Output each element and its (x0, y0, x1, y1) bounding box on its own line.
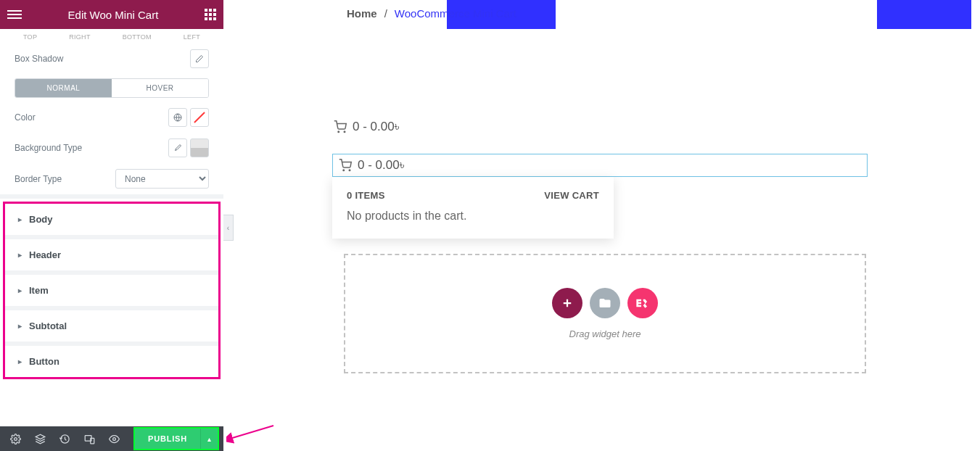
border-type-label: Border Type (15, 174, 108, 184)
gradient-icon[interactable] (190, 138, 209, 157)
svg-point-1 (14, 437, 17, 440)
cart-items-count: 0 ITEMS (347, 190, 385, 201)
add-section-button[interactable] (552, 288, 582, 318)
color-label: Color (15, 112, 161, 123)
top-blue-bar-right (877, 0, 971, 29)
hamburger-icon[interactable] (7, 10, 22, 19)
panel-title: Edit Woo Mini Cart (22, 9, 205, 21)
tab-hover[interactable]: HOVER (112, 79, 208, 97)
mini-cart-dropdown: 0 ITEMS VIEW CART No products in the car… (332, 177, 614, 239)
mini-cart-widget-selected[interactable]: 0 - 0.00৳ (332, 154, 868, 177)
publish-options-caret[interactable]: ▴ (200, 429, 218, 449)
section-header-item[interactable]: ▸Header (5, 239, 218, 270)
apps-grid-icon[interactable] (205, 9, 216, 20)
cart-count-price: 0 - 0.00৳ (358, 158, 405, 173)
edit-pencil-icon[interactable] (190, 49, 209, 68)
widget-dropzone[interactable]: Drag widget here (344, 254, 866, 373)
no-color-icon[interactable] (190, 108, 209, 127)
settings-gear-icon[interactable] (4, 428, 26, 450)
spacing-label-left: LEFT (184, 33, 200, 41)
section-button[interactable]: ▸Button (5, 346, 218, 377)
breadcrumb-current[interactable]: WooCommerce Mini Cart (395, 7, 516, 20)
mini-cart-display[interactable]: 0 - 0.00৳ (334, 120, 400, 134)
svg-point-8 (349, 170, 350, 171)
breadcrumb-home[interactable]: Home (347, 7, 377, 20)
color-control: Color (0, 102, 223, 133)
view-cart-link[interactable]: VIEW CART (544, 190, 599, 201)
cart-icon (339, 159, 352, 172)
preview-eye-icon[interactable] (103, 428, 125, 450)
spacing-label-top: TOP (23, 33, 37, 41)
border-type-control: Border Type None (0, 163, 223, 194)
elementskit-button[interactable] (627, 288, 658, 318)
svg-point-6 (344, 131, 345, 133)
box-shadow-control: Box Shadow (0, 44, 223, 74)
border-type-select[interactable]: None (115, 169, 209, 189)
state-toggle: NORMAL HOVER (15, 78, 209, 98)
panel-header: Edit Woo Mini Cart (0, 0, 223, 29)
box-shadow-label: Box Shadow (15, 54, 183, 64)
section-header-label: Header (29, 249, 61, 260)
template-folder-button[interactable] (590, 288, 620, 318)
caret-right-icon: ▸ (18, 322, 22, 330)
publish-button[interactable]: PUBLISH (135, 429, 200, 449)
svg-point-5 (338, 131, 339, 133)
section-item[interactable]: ▸Item (5, 275, 218, 306)
publish-annotated-wrap: PUBLISH ▴ (133, 427, 219, 450)
section-subtotal-label: Subtotal (29, 320, 67, 331)
spacing-label-right: RIGHT (69, 33, 91, 41)
section-body-label: Body (29, 214, 53, 225)
arrow-annotation (226, 422, 277, 444)
caret-right-icon: ▸ (18, 286, 22, 294)
cart-icon (334, 120, 347, 133)
tab-normal[interactable]: NORMAL (15, 79, 112, 97)
panel-collapse-handle[interactable]: ‹ (223, 215, 234, 241)
annotated-sections-box: ▸Body ▸Header ▸Item ▸Subtotal ▸Button (3, 202, 221, 379)
history-icon[interactable] (54, 428, 75, 450)
section-body[interactable]: ▸Body (5, 204, 218, 235)
navigator-stack-icon[interactable] (29, 428, 51, 450)
section-button-label: Button (29, 356, 59, 367)
background-type-control: Background Type (0, 133, 223, 163)
svg-point-4 (112, 437, 115, 440)
breadcrumb: Home / WooCommerce Mini Cart (347, 7, 516, 20)
cart-count-price: 0 - 0.00৳ (353, 120, 400, 134)
svg-point-7 (343, 170, 345, 171)
caret-right-icon: ▸ (18, 215, 22, 223)
breadcrumb-separator: / (384, 7, 387, 20)
spacing-labels: TOP RIGHT BOTTOM LEFT (0, 29, 223, 44)
responsive-icon[interactable] (78, 428, 100, 450)
section-item-label: Item (29, 285, 49, 296)
cart-empty-message: No products in the cart. (347, 210, 599, 223)
brush-icon[interactable] (168, 138, 187, 157)
caret-right-icon: ▸ (18, 357, 22, 365)
caret-right-icon: ▸ (18, 251, 22, 259)
globe-icon[interactable] (168, 108, 187, 127)
drag-widget-text: Drag widget here (569, 328, 641, 339)
svg-line-9 (230, 426, 273, 439)
bg-type-label: Background Type (15, 143, 161, 153)
section-subtotal[interactable]: ▸Subtotal (5, 310, 218, 342)
panel-footer: PUBLISH ▴ (0, 426, 223, 451)
spacing-label-bottom: BOTTOM (123, 33, 152, 41)
